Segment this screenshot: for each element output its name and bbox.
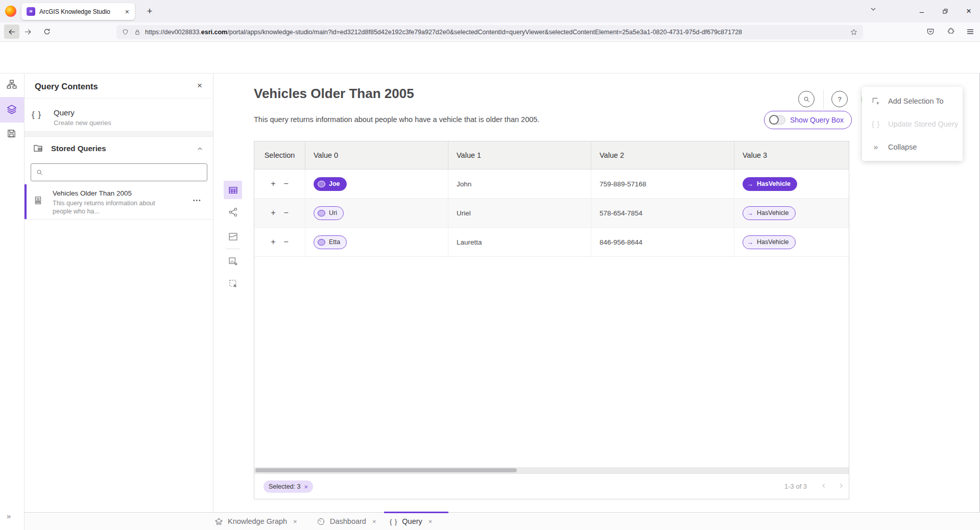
url-bar[interactable]: https://dev0028833.esri.com/portal/apps/…: [116, 25, 863, 39]
relationship-label: HasVehicle: [757, 238, 789, 246]
value-cell: Uriel: [448, 199, 591, 227]
collapse-section-chevron-icon[interactable]: [196, 145, 204, 153]
toggle-knob: [769, 115, 779, 125]
divider: [25, 98, 213, 99]
horizontal-scrollbar[interactable]: [254, 467, 849, 473]
relationship-cell: →HasVehicle: [734, 199, 849, 227]
relationship-pill[interactable]: →HasVehicle: [743, 177, 797, 191]
remove-from-selection-button[interactable]: −: [284, 208, 289, 218]
arrow-right-icon: →: [747, 180, 753, 188]
window-restore-button[interactable]: [937, 4, 953, 19]
entity-pill[interactable]: Uri: [314, 206, 344, 220]
browser-tabbar: ArcGIS Knowledge Studio × + – ×: [0, 0, 980, 22]
table-view-button[interactable]: [224, 181, 242, 199]
browser-window: ArcGIS Knowledge Studio × + – ×: [0, 0, 980, 530]
selected-count-chip[interactable]: Selected: 3 ×: [264, 480, 313, 493]
window-minimize-button[interactable]: –: [914, 4, 930, 19]
stored-queries-search[interactable]: [31, 163, 207, 181]
pagination-prev-icon[interactable]: ‹: [822, 480, 825, 491]
reload-button[interactable]: [43, 28, 51, 36]
pocket-icon[interactable]: [926, 27, 935, 36]
tab-dashboard[interactable]: Dashboard ×: [317, 513, 376, 530]
entity-label: Joe: [329, 180, 340, 187]
pagination-next-icon[interactable]: ›: [840, 480, 843, 491]
layers-icon[interactable]: [6, 104, 18, 116]
back-button[interactable]: [4, 25, 19, 39]
show-query-box-toggle[interactable]: Show Query Box: [764, 111, 852, 129]
search-input[interactable]: [47, 168, 202, 177]
remove-from-selection-button[interactable]: −: [284, 237, 289, 247]
selection-cell: +−: [254, 199, 305, 227]
column-header-selection[interactable]: Selection: [254, 141, 305, 169]
tab-close-icon[interactable]: ×: [124, 8, 131, 16]
selection-tool-button[interactable]: [224, 274, 242, 293]
toggle-track[interactable]: [769, 115, 785, 125]
bookmark-star-icon[interactable]: [850, 28, 858, 36]
close-tab-icon[interactable]: ×: [293, 518, 297, 525]
browser-tab-active[interactable]: ArcGIS Knowledge Studio ×: [21, 3, 135, 20]
column-header-value2[interactable]: Value 2: [591, 141, 734, 169]
selected-indicator-bar: [25, 184, 27, 219]
clear-selection-icon[interactable]: ×: [304, 483, 308, 491]
add-to-selection-button[interactable]: +: [271, 208, 275, 218]
entity-pill[interactable]: Etta: [314, 235, 347, 249]
scrollbar-thumb[interactable]: [255, 468, 517, 472]
stored-query-list-item[interactable]: Vehicles Older Than 2005 This query retu…: [25, 184, 213, 220]
query-item-title: Query: [54, 108, 75, 117]
column-header-value3[interactable]: Value 3: [734, 141, 849, 169]
add-to-selection-button[interactable]: +: [271, 237, 275, 247]
firefox-logo-icon[interactable]: [5, 6, 16, 17]
data-model-tree-icon[interactable]: [6, 79, 18, 91]
selection-context-menu: Add Selection To { } Update Stored Query…: [862, 87, 963, 161]
knowledge-graph-icon: [214, 517, 223, 526]
save-icon[interactable]: [6, 128, 18, 140]
toolbar-divider: [226, 249, 240, 249]
relationship-pill[interactable]: →HasVehicle: [743, 206, 796, 220]
map-view-button[interactable]: [224, 227, 242, 246]
help-button[interactable]: ?: [831, 91, 848, 107]
column-header-value1[interactable]: Value 1: [448, 141, 591, 169]
entity-cell: Uri: [305, 199, 448, 227]
value-cell: John: [448, 170, 591, 198]
extensions-puzzle-icon[interactable]: [946, 27, 955, 36]
close-tab-icon[interactable]: ×: [428, 518, 433, 525]
menu-item-collapse[interactable]: » Collapse: [862, 135, 963, 158]
double-chevron-right-icon: »: [871, 142, 881, 151]
menu-item-add-selection-to[interactable]: Add Selection To: [862, 89, 963, 112]
window-close-button[interactable]: ×: [961, 4, 977, 19]
selected-count-label: Selected: 3: [269, 483, 301, 490]
remove-from-selection-button[interactable]: −: [284, 179, 289, 188]
shield-icon[interactable]: [122, 29, 129, 36]
tab-list-chevron-icon[interactable]: [869, 5, 877, 13]
query-contents-panel: Query Contents × { } Query Create new qu…: [25, 74, 213, 512]
close-tab-icon[interactable]: ×: [372, 518, 376, 525]
panel-close-icon[interactable]: ×: [197, 81, 202, 91]
entity-label: Uri: [329, 209, 337, 216]
new-tab-button[interactable]: +: [143, 5, 156, 18]
add-to-selection-button[interactable]: +: [271, 179, 275, 188]
entity-node-icon: [318, 210, 325, 216]
relationship-pill[interactable]: →HasVehicle: [743, 235, 796, 249]
item-options-ellipsis-icon[interactable]: •••: [193, 198, 202, 203]
link-chart-view-button[interactable]: [224, 203, 242, 221]
relationship-cell: →HasVehicle: [734, 170, 849, 198]
menu-hamburger-icon[interactable]: [966, 27, 975, 36]
forward-button[interactable]: [23, 28, 32, 36]
value-cell: Lauretta: [448, 228, 591, 256]
menu-item-update-stored-query[interactable]: { } Update Stored Query: [862, 112, 963, 135]
lock-icon[interactable]: [134, 29, 141, 36]
query-result-description: This query returns information about peo…: [254, 115, 539, 124]
content-tab-bar: Knowledge Graph × Dashboard × { } Query …: [25, 512, 980, 530]
entity-pill[interactable]: Joe: [314, 177, 347, 191]
expand-rail-icon[interactable]: »: [7, 512, 11, 520]
arrow-right-icon: →: [747, 209, 753, 217]
search-button[interactable]: [798, 91, 815, 107]
value-cell: 846-956-8644: [591, 228, 734, 256]
table-row: +−EttaLauretta846-956-8644→HasVehicle: [254, 228, 849, 257]
tab-knowledge-graph[interactable]: Knowledge Graph ×: [214, 513, 297, 530]
column-header-value0[interactable]: Value 0: [305, 141, 448, 169]
panel-title: Query Contents: [35, 82, 98, 91]
relationship-label: HasVehicle: [757, 209, 789, 216]
add-to-map-button[interactable]: [224, 252, 242, 270]
tab-query[interactable]: { } Query ×: [390, 513, 432, 530]
